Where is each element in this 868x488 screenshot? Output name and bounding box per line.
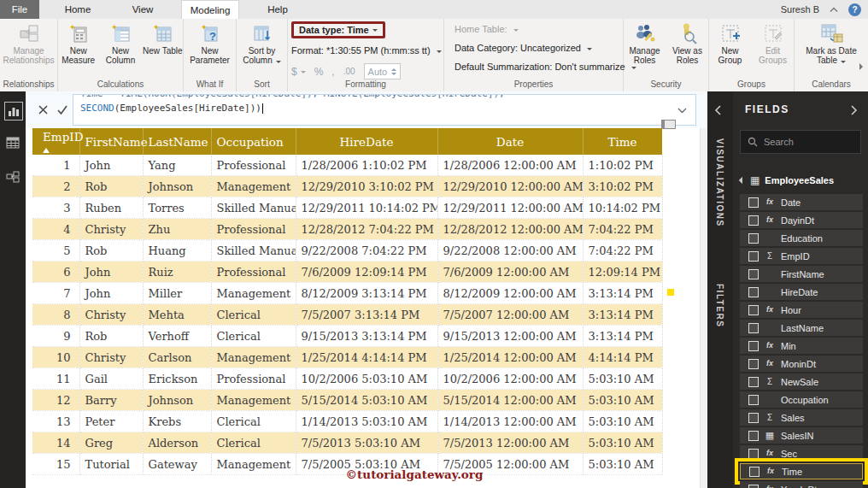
new-table-button[interactable]: ✦ New Table (143, 21, 183, 65)
fields-search-input[interactable]: Search (740, 130, 861, 154)
default-summarization-dropdown[interactable]: Default Summarization: Don't summarize (455, 62, 636, 72)
field-checkbox[interactable] (748, 269, 759, 279)
data-view-button[interactable] (4, 134, 21, 151)
table-cell[interactable]: 7 (32, 283, 79, 304)
table-cell[interactable]: 1/28/2006 1:10:02 PM (296, 155, 437, 176)
collapse-fields-panel-icon[interactable] (850, 103, 858, 119)
field-item-firstname[interactable]: FirstName (740, 266, 863, 282)
table-cell[interactable]: 9/22/2008 7:04:22 PM (296, 240, 437, 262)
table-cell[interactable]: Management (211, 454, 296, 475)
filters-pane-tab[interactable]: FILTERS (715, 284, 724, 327)
field-checkbox[interactable] (748, 305, 759, 315)
mark-as-date-table-button[interactable]: Mark as Date Table (801, 21, 861, 65)
field-item-salesin[interactable]: ▦SalesIN (740, 427, 863, 444)
edit-groups-button[interactable]: Edit Groups (753, 21, 794, 65)
field-checkbox[interactable] (748, 449, 759, 459)
field-item-time[interactable]: fxTime (740, 463, 863, 479)
table-cell[interactable]: 7/5/2007 12:00:00 AM (437, 304, 583, 326)
field-checkbox[interactable] (748, 395, 759, 405)
table-name[interactable]: EmployeeSales (765, 175, 834, 185)
table-cell[interactable]: 7/5/2013 5:03:10 AM (296, 432, 437, 454)
table-cell[interactable]: 10/2/2006 5:03:10 AM (296, 368, 437, 390)
table-cell[interactable]: 8 (32, 304, 79, 326)
table-cell[interactable]: 7:04:22 PM (583, 219, 662, 240)
table-cell[interactable]: 10:14:02 PM (583, 197, 662, 219)
table-cell[interactable]: 3:10:02 PM (583, 176, 662, 197)
table-cell[interactable]: Rob (79, 326, 143, 347)
field-checkbox[interactable] (748, 215, 759, 226)
table-cell[interactable]: Professional (211, 155, 296, 176)
field-item-monindt[interactable]: fxMoninDt (740, 356, 863, 372)
tab-file[interactable]: File (0, 0, 39, 19)
table-cell[interactable]: 12/28/2012 12:00:00 AM (437, 219, 583, 240)
table-cell[interactable]: Greg (79, 432, 143, 454)
home-table-dropdown[interactable]: Home Table: (455, 24, 519, 34)
table-cell[interactable]: Erickson (143, 368, 211, 390)
table-cell[interactable]: 1/28/2006 12:00:00 AM (437, 155, 583, 176)
field-item-hiredate[interactable]: HireDate (740, 284, 863, 300)
field-item-min[interactable]: fxMin (740, 338, 863, 354)
sort-by-column-button[interactable]: Sort by Column (238, 21, 286, 65)
decimal-places-icon[interactable]: .00 (343, 67, 355, 76)
field-checkbox[interactable] (748, 323, 759, 333)
visualizations-pane-tab[interactable]: VISUALIZATIONS (715, 138, 724, 227)
table-cell[interactable]: Huang (143, 240, 211, 262)
table-cell[interactable]: Christy (79, 219, 143, 240)
field-item-dayindt[interactable]: fxDayinDt (740, 212, 863, 228)
stepper-arrows-icon[interactable] (391, 66, 396, 78)
new-parameter-button[interactable]: ✦? New Parameter (186, 21, 234, 65)
field-item-education[interactable]: Education (740, 230, 863, 246)
field-item-hour[interactable]: fxHour (740, 302, 863, 318)
field-checkbox[interactable] (748, 197, 759, 208)
field-checkbox[interactable] (748, 431, 759, 441)
field-checkbox[interactable] (749, 467, 760, 477)
table-cell[interactable]: John (79, 262, 143, 283)
table-cell[interactable]: Verhoff (143, 326, 211, 347)
table-cell[interactable]: Peter (79, 411, 143, 432)
table-cell[interactable]: Mehta (143, 304, 211, 326)
table-cell[interactable]: Skilled Manual (211, 240, 296, 262)
field-checkbox[interactable] (748, 485, 759, 488)
table-cell[interactable]: Clerical (211, 326, 296, 347)
table-cell[interactable]: Tutorial (79, 454, 143, 475)
table-cell[interactable]: Management (211, 347, 296, 368)
table-cell[interactable]: 5:03:10 AM (583, 368, 662, 390)
table-cell[interactable]: Clerical (211, 432, 296, 454)
table-cell[interactable]: 12/29/2010 3:10:02 PM (296, 176, 437, 197)
table-cell[interactable]: 12:09:14 PM (583, 262, 662, 283)
ribbon-overflow-icon[interactable] (859, 63, 866, 70)
fields-table-row[interactable]: ▦ EmployeeSales (733, 171, 868, 190)
column-header-hiredate[interactable]: HireDate (296, 128, 437, 155)
table-cell[interactable]: 5:03:10 AM (583, 454, 662, 475)
table-cell[interactable]: 12/29/2010 12:00:00 AM (437, 176, 583, 197)
expand-formula-bar-icon[interactable] (677, 105, 687, 116)
table-cell[interactable]: 14 (32, 432, 79, 454)
table-cell[interactable]: Alderson (143, 432, 211, 454)
column-header-date[interactable]: Date (437, 128, 583, 155)
table-cell[interactable]: Professional (211, 368, 296, 390)
table-cell[interactable]: 4 (32, 219, 79, 240)
table-cell[interactable]: Gail (79, 368, 143, 390)
table-cell[interactable]: Professional (211, 262, 296, 283)
collapse-table-icon[interactable] (739, 177, 746, 184)
table-cell[interactable]: 12/28/2012 7:04:22 PM (296, 219, 437, 240)
table-cell[interactable]: Gateway (143, 454, 211, 475)
table-cell[interactable]: 5 (32, 240, 79, 262)
table-cell[interactable]: 5/15/2014 12:00:00 AM (437, 390, 583, 411)
new-measure-button[interactable]: ✦ New Measure (58, 21, 98, 65)
table-cell[interactable]: 1 (32, 155, 79, 176)
cancel-formula-button[interactable] (34, 101, 51, 118)
commit-formula-button[interactable] (54, 101, 71, 118)
column-header-firstname[interactable]: FirstName (79, 128, 143, 155)
table-cell[interactable]: 2 (32, 176, 79, 197)
table-cell[interactable]: Carlson (143, 347, 211, 368)
table-cell[interactable]: 10/2/2006 12:00:00 AM (437, 368, 583, 390)
table-cell[interactable]: 3 (32, 197, 79, 219)
table-cell[interactable]: 1/25/2014 4:14:14 PM (296, 347, 437, 368)
tab-modeling[interactable]: Modeling (181, 0, 239, 19)
table-cell[interactable]: Torres (143, 197, 211, 219)
field-checkbox[interactable] (748, 359, 759, 369)
table-cell[interactable]: 11 (32, 368, 79, 390)
column-header-lastname[interactable]: LastName (143, 128, 211, 155)
table-cell[interactable]: 9 (32, 326, 79, 347)
